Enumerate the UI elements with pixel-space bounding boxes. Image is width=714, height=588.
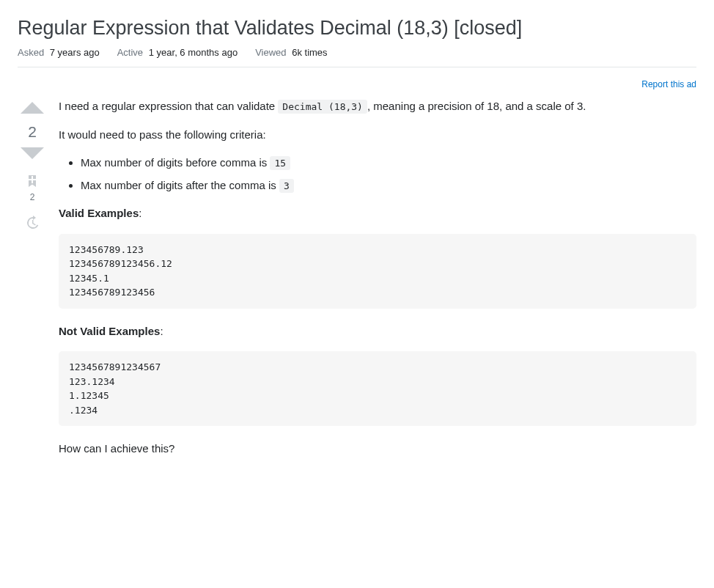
li1-text: Max number of digits before comma is xyxy=(81,156,270,169)
svg-marker-0 xyxy=(21,102,44,114)
question-title: Regular Expression that Validates Decima… xyxy=(18,15,696,41)
decimal-code: Decimal (18,3) xyxy=(278,100,367,114)
svg-marker-1 xyxy=(21,147,44,159)
invalid-heading-row: Not Valid Examples: xyxy=(59,323,696,340)
list-item: Max number of digits before comma is 15 xyxy=(81,155,696,172)
bookmark-count: 2 xyxy=(26,192,39,202)
asked-meta: Asked 7 years ago xyxy=(18,47,100,58)
intro-text-prefix: I need a regular expression that can val… xyxy=(59,100,278,112)
max-after-code: 3 xyxy=(279,179,294,193)
downvote-button[interactable] xyxy=(19,145,45,166)
criteria-list: Max number of digits before comma is 15 … xyxy=(59,155,696,194)
viewed-value: 6k times xyxy=(292,47,327,58)
asked-label: Asked xyxy=(18,47,44,58)
invalid-colon: : xyxy=(160,325,163,337)
downvote-icon xyxy=(19,147,45,163)
bookmark-icon xyxy=(26,177,39,190)
invalid-examples-code: 1234567891234567 123.1234 1.12345 .1234 xyxy=(59,351,696,426)
report-ad-link[interactable]: Report this ad xyxy=(641,79,696,89)
history-button[interactable] xyxy=(25,216,40,233)
paragraph-criteria: It would need to pass the following crit… xyxy=(59,127,696,144)
question-meta: Asked 7 years ago Active 1 year, 6 month… xyxy=(18,47,696,67)
vote-column: 2 2 xyxy=(18,98,47,469)
intro-text-suffix: , meaning a precision of 18, and a scale… xyxy=(367,100,586,112)
valid-colon: : xyxy=(139,207,141,219)
paragraph-how: How can I achieve this? xyxy=(59,441,696,457)
active-label: Active xyxy=(117,47,143,58)
asked-value: 7 years ago xyxy=(50,47,100,58)
list-item: Max number of digits after the comma is … xyxy=(81,177,696,194)
valid-examples-code: 123456789.123 123456789123456.12 12345.1… xyxy=(59,234,696,309)
post-body: I need a regular expression that can val… xyxy=(59,98,696,469)
active-value: 1 year, 6 months ago xyxy=(149,47,238,58)
valid-heading: Valid Examples xyxy=(59,207,139,219)
bookmark-button[interactable]: 2 xyxy=(26,174,39,202)
active-meta: Active 1 year, 6 months ago xyxy=(117,47,238,58)
history-icon xyxy=(25,220,40,232)
li2-text: Max number of digits after the comma is xyxy=(81,179,279,191)
invalid-heading: Not Valid Examples xyxy=(59,325,160,337)
valid-heading-row: Valid Examples: xyxy=(59,205,696,222)
upvote-button[interactable] xyxy=(19,98,45,119)
viewed-meta: Viewed 6k times xyxy=(255,47,327,58)
upvote-icon xyxy=(19,100,45,117)
paragraph-intro: I need a regular expression that can val… xyxy=(59,98,696,115)
vote-score: 2 xyxy=(28,120,37,144)
max-before-code: 15 xyxy=(270,156,290,170)
viewed-label: Viewed xyxy=(255,47,286,58)
